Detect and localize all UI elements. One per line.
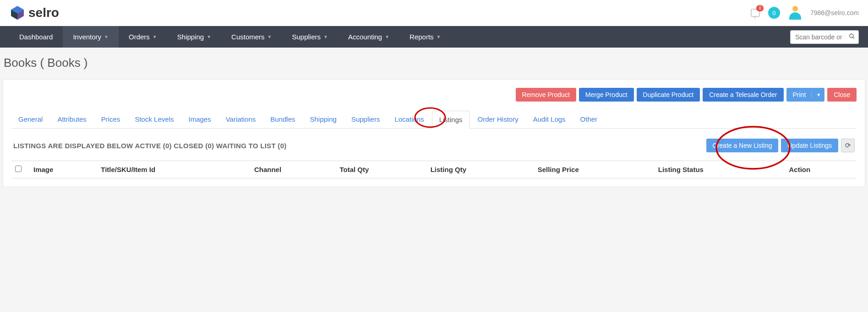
tab-audit-logs[interactable]: Audit Logs <box>526 111 573 128</box>
header-right: 0 0 7986@selro.com <box>751 6 859 20</box>
action-row: Remove Product Merge Product Duplicate P… <box>11 88 857 102</box>
duplicate-product-button[interactable]: Duplicate Product <box>637 88 700 102</box>
tab-order-history[interactable]: Order History <box>471 111 525 128</box>
listings-table: ImageTitle/SKU/Item IdChannelTotal QtyLi… <box>11 161 857 178</box>
chevron-down-icon: ▼ <box>323 34 328 39</box>
listing-status-title: LISTINGS ARE DISPLAYED BELOW ACTIVE (0) … <box>13 142 287 150</box>
chevron-down-icon: ▼ <box>437 34 441 39</box>
logo-icon <box>9 5 26 21</box>
listing-actions: Create a New Listing Update Listings ⟳ <box>706 139 855 152</box>
nav-item-shipping[interactable]: Shipping▼ <box>167 26 221 48</box>
create-telesale-button[interactable]: Create a Telesale Order <box>703 88 783 102</box>
column-listing-status: Listing Status <box>655 161 786 178</box>
column-listing-qty: Listing Qty <box>427 161 534 178</box>
nav-label: Dashboard <box>19 33 53 41</box>
tab-images[interactable]: Images <box>181 111 218 128</box>
nav-items: DashboardInventory▼Orders▼Shipping▼Custo… <box>9 26 451 48</box>
chevron-down-icon: ▼ <box>267 34 272 39</box>
page-title: Books ( Books ) <box>0 48 868 76</box>
nav-item-reports[interactable]: Reports▼ <box>399 26 451 48</box>
svg-point-3 <box>850 34 853 38</box>
nav-label: Reports <box>409 33 434 41</box>
search-icon <box>849 33 855 41</box>
create-new-listing-button[interactable]: Create a New Listing <box>706 139 779 152</box>
notifications-button[interactable]: 0 <box>751 9 760 17</box>
column-action: Action <box>785 161 857 178</box>
column-image: Image <box>30 161 97 178</box>
tab-general[interactable]: General <box>11 111 49 128</box>
nav-item-dashboard[interactable]: Dashboard <box>9 26 63 48</box>
close-button[interactable]: Close <box>827 88 857 102</box>
nav-item-orders[interactable]: Orders▼ <box>119 26 167 48</box>
tab-bundles[interactable]: Bundles <box>263 111 302 128</box>
remove-product-button[interactable]: Remove Product <box>516 88 576 102</box>
print-button[interactable]: Print ▼ <box>786 88 825 102</box>
user-email[interactable]: 7986@selro.com <box>810 9 859 16</box>
chevron-down-icon: ▼ <box>811 92 821 97</box>
nav-label: Inventory <box>73 33 101 41</box>
tab-shipping[interactable]: Shipping <box>303 111 344 128</box>
tab-prices[interactable]: Prices <box>94 111 127 128</box>
nav-label: Suppliers <box>292 33 321 41</box>
nav-item-accounting[interactable]: Accounting▼ <box>338 26 399 48</box>
avatar[interactable] <box>788 6 802 20</box>
tab-variations[interactable]: Variations <box>219 111 263 128</box>
column-selling-price: Selling Price <box>534 161 655 178</box>
select-all-header <box>11 161 30 178</box>
search-wrap <box>790 30 859 44</box>
nav-label: Customers <box>231 33 265 41</box>
listing-header: LISTINGS ARE DISPLAYED BELOW ACTIVE (0) … <box>11 139 857 152</box>
tab-stock-levels[interactable]: Stock Levels <box>128 111 180 128</box>
notif-badge: 0 <box>756 5 764 11</box>
merge-product-button[interactable]: Merge Product <box>579 88 634 102</box>
column-title-sku-item-id: Title/SKU/Item Id <box>97 161 251 178</box>
refresh-button[interactable]: ⟳ <box>841 139 855 152</box>
nav-item-customers[interactable]: Customers▼ <box>221 26 282 48</box>
column-total-qty: Total Qty <box>336 161 426 178</box>
main-nav: DashboardInventory▼Orders▼Shipping▼Custo… <box>0 26 868 48</box>
nav-item-inventory[interactable]: Inventory▼ <box>63 26 119 48</box>
select-all-checkbox[interactable] <box>15 166 22 172</box>
top-header: selro 0 0 7986@selro.com <box>0 0 868 26</box>
logo-text: selro <box>28 5 59 20</box>
tab-listings[interactable]: Listings <box>432 111 470 129</box>
content-card: Remove Product Merge Product Duplicate P… <box>3 79 865 187</box>
tab-other[interactable]: Other <box>573 111 605 128</box>
chevron-down-icon: ▼ <box>385 34 389 39</box>
nav-label: Accounting <box>348 33 382 41</box>
nav-label: Shipping <box>177 33 204 41</box>
tab-suppliers[interactable]: Suppliers <box>344 111 387 128</box>
chevron-down-icon: ▼ <box>153 34 157 39</box>
refresh-icon: ⟳ <box>845 141 851 150</box>
svg-line-4 <box>853 37 854 38</box>
nav-item-suppliers[interactable]: Suppliers▼ <box>282 26 338 48</box>
tabs: GeneralAttributesPricesStock LevelsImage… <box>11 111 857 129</box>
tab-attributes[interactable]: Attributes <box>50 111 93 128</box>
print-label: Print <box>793 91 806 98</box>
count-badge[interactable]: 0 <box>768 7 780 19</box>
nav-label: Orders <box>129 33 150 41</box>
tab-locations[interactable]: Locations <box>388 111 431 128</box>
logo[interactable]: selro <box>9 5 59 21</box>
chevron-down-icon: ▼ <box>207 34 211 39</box>
chevron-down-icon: ▼ <box>104 34 109 39</box>
column-channel: Channel <box>251 161 336 178</box>
update-listings-button[interactable]: Update Listings <box>781 139 838 152</box>
